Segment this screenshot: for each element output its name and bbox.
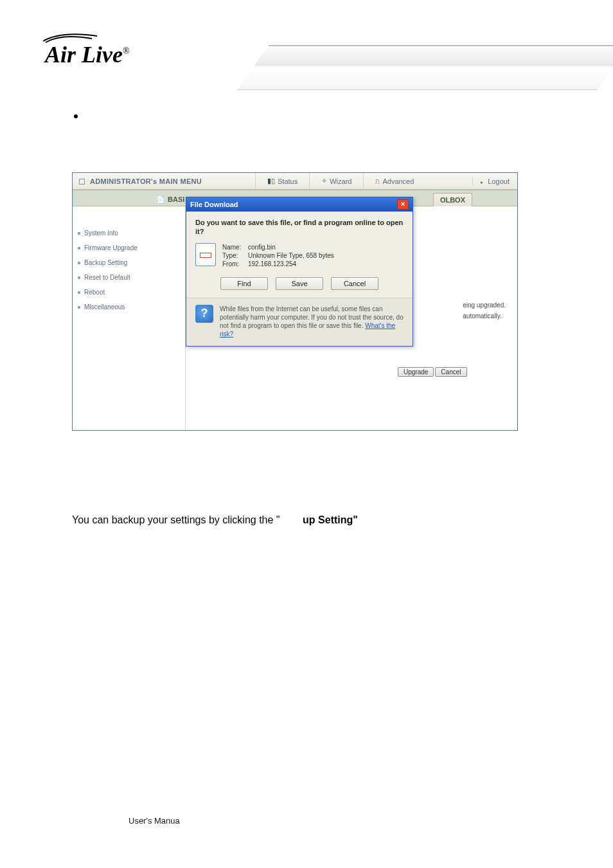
tab-toolbox-label: OLBOX: [440, 196, 465, 204]
logout-label: Logout: [488, 177, 510, 185]
warning-text: While files from the Internet can be use…: [220, 305, 404, 338]
tab-advanced[interactable]: ⎍ Advanced: [363, 173, 425, 189]
sidebar-label: Firmware Upgrade: [84, 244, 138, 251]
find-button[interactable]: Find: [220, 277, 268, 290]
tab-toolbox[interactable]: OLBOX: [433, 193, 472, 206]
status-auto: automatically.: [463, 312, 506, 320]
logo-registered: ®: [123, 46, 130, 56]
logo-text: Air Live: [45, 42, 123, 68]
basic-icon: 📄: [156, 195, 165, 204]
chevron-right-icon: ▸: [481, 179, 483, 185]
dialog-question: Do you want to save this file, or find a…: [195, 218, 404, 237]
file-name: config.bin: [248, 244, 276, 251]
dialog-titlebar[interactable]: File Download ×: [186, 197, 413, 212]
help-icon: ?: [195, 305, 213, 323]
file-type: Unknown File Type, 658 bytes: [248, 252, 334, 259]
sidebar-label: Reboot: [84, 289, 105, 296]
body-line-a: You can backup your settings by clicking…: [72, 514, 280, 525]
type-label: Type:: [222, 252, 248, 259]
admin-main-menu[interactable]: ADMINISTRATOR's MAIN MENU: [73, 177, 208, 185]
sidebar-item-reset-to-default[interactable]: Reset to Default: [73, 270, 185, 285]
topbar: ADMINISTRATOR's MAIN MENU ▮▯ Status ✧ Wi…: [73, 173, 517, 190]
admin-menu-label: ADMINISTRATOR's MAIN MENU: [90, 177, 202, 185]
tab-basic-label: BASI: [168, 195, 184, 203]
sidebar-item-firmware-upgrade[interactable]: Firmware Upgrade: [73, 240, 185, 255]
from-label: From:: [222, 260, 248, 267]
status-icon: ▮▯: [267, 177, 275, 185]
sidebar: System Info Firmware Upgrade Backup Sett…: [73, 206, 186, 430]
sidebar-item-backup-setting[interactable]: Backup Setting: [73, 255, 185, 270]
dialog-title: File Download: [190, 201, 238, 208]
wizard-icon: ✧: [321, 177, 327, 185]
advanced-icon: ⎍: [375, 177, 380, 185]
status-text: eing upgraded. automatically.: [463, 302, 506, 320]
tab-basic[interactable]: 📄 BASI: [150, 193, 191, 206]
sidebar-item-system-info[interactable]: System Info: [73, 226, 185, 240]
header-swoosh: [237, 45, 613, 90]
body-line-b: up Setting": [303, 514, 358, 525]
cancel-button[interactable]: Cancel: [435, 367, 466, 377]
status-label: Status: [278, 177, 298, 185]
admin-screenshot: ADMINISTRATOR's MAIN MENU ▮▯ Status ✧ Wi…: [72, 172, 518, 431]
save-button[interactable]: Save: [276, 277, 323, 290]
logo-arc-icon: [42, 30, 100, 44]
name-label: Name:: [222, 244, 248, 251]
menu-box-icon: [79, 179, 85, 185]
sidebar-label: System Info: [84, 230, 118, 237]
logo: Air Live®: [45, 41, 130, 68]
wizard-label: Wizard: [330, 177, 351, 185]
tab-status[interactable]: ▮▯ Status: [255, 173, 309, 189]
bullet-icon: [74, 114, 78, 118]
dialog-cancel-button[interactable]: Cancel: [331, 277, 378, 290]
body-paragraph: You can backup your settings by clicking…: [72, 514, 358, 526]
status-upgraded: eing upgraded.: [463, 302, 506, 309]
file-from: 192.168.123.254: [248, 260, 296, 267]
tab-wizard[interactable]: ✧ Wizard: [309, 173, 363, 189]
sidebar-label: Reset to Default: [84, 274, 130, 281]
close-icon[interactable]: ×: [397, 199, 409, 210]
file-type-icon: [195, 243, 216, 266]
advanced-label: Advanced: [382, 177, 414, 185]
logout-link[interactable]: ▸ Logout: [472, 177, 517, 185]
sidebar-label: Miscellaneous: [84, 303, 125, 311]
sidebar-item-miscellaneous[interactable]: Miscellaneous: [73, 300, 185, 314]
footer-text: User's Manua: [129, 816, 180, 826]
sidebar-item-reboot[interactable]: Reboot: [73, 285, 185, 300]
file-download-dialog: File Download × Do you want to save this…: [186, 197, 413, 347]
upgrade-button[interactable]: Upgrade: [398, 367, 434, 377]
sidebar-label: Backup Setting: [84, 259, 127, 266]
